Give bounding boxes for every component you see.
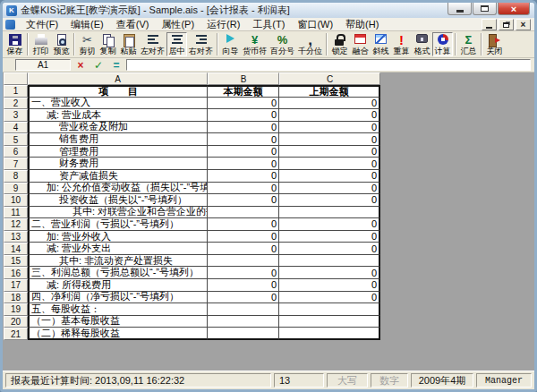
cell-B20[interactable]: [208, 316, 279, 328]
row-header-1[interactable]: 1: [4, 85, 28, 98]
row-header-4[interactable]: 4: [4, 122, 28, 134]
cell-B14[interactable]: 0: [208, 243, 279, 255]
cell-reference-box[interactable]: A1: [15, 59, 71, 71]
formula-equals-button[interactable]: =: [108, 59, 124, 71]
toolbar-button-wizard[interactable]: 向导: [220, 32, 241, 56]
toolbar-button-align-right[interactable]: 右对齐: [187, 32, 215, 56]
row-header-15[interactable]: 15: [4, 255, 28, 268]
cell-C14[interactable]: 0: [279, 243, 380, 255]
cell-B4[interactable]: 0: [208, 122, 279, 134]
row-header-18[interactable]: 18: [4, 292, 28, 304]
cell-B9[interactable]: 0: [208, 183, 279, 195]
row-header-9[interactable]: 9: [4, 183, 28, 195]
toolbar-button-format[interactable]: 格式: [412, 32, 432, 56]
cell-C11[interactable]: [279, 207, 380, 219]
cell-B5[interactable]: 0: [208, 133, 279, 146]
cell-C15[interactable]: [279, 255, 380, 268]
toolbar-button-preview[interactable]: 预览: [51, 32, 72, 56]
cell-A16[interactable]: 三、利润总额（亏损总额以“-”号填列）: [28, 267, 208, 279]
menu-view[interactable]: 查看(V): [110, 18, 156, 31]
cell-A13[interactable]: 加: 营业外收入: [28, 231, 208, 243]
menu-property[interactable]: 属性(P): [155, 18, 200, 31]
toolbar-button-merge[interactable]: 融合: [350, 32, 371, 56]
toolbar-button-paste[interactable]: 粘贴: [118, 32, 139, 56]
cell-B11[interactable]: [208, 207, 279, 219]
toolbar-button-slash[interactable]: 斜线: [371, 32, 391, 56]
cell-B13[interactable]: 0: [208, 231, 279, 243]
cell-B18[interactable]: 0: [208, 292, 279, 304]
cell-A19[interactable]: 五、每股收益：: [28, 303, 208, 316]
cell-B3[interactable]: 0: [208, 109, 279, 122]
cell-C5[interactable]: 0: [279, 133, 380, 146]
row-header-8[interactable]: 8: [4, 170, 28, 183]
menu-help[interactable]: 帮助(H): [339, 18, 385, 31]
cell-B21[interactable]: [208, 328, 279, 340]
row-header-11[interactable]: 11: [4, 207, 28, 219]
row-header-7[interactable]: 7: [4, 158, 28, 170]
cell-C17[interactable]: 0: [279, 279, 380, 292]
title-bar[interactable]: K 金蝶KIS记账王[教学演示版] - Sample.ais - [会计报表 -…: [3, 3, 534, 18]
cell-A12[interactable]: 二、营业利润（亏损以“-”号填列）: [28, 218, 208, 231]
cell-C1[interactable]: 上期金额: [279, 85, 380, 98]
toolbar-button-cut[interactable]: ✂剪切: [77, 32, 98, 56]
cell-C3[interactable]: 0: [279, 109, 380, 122]
row-header-19[interactable]: 19: [4, 303, 28, 316]
cell-C10[interactable]: 0: [279, 194, 380, 207]
menu-tools[interactable]: 工具(T): [246, 18, 291, 31]
cell-C12[interactable]: 0: [279, 218, 380, 231]
cell-A15[interactable]: 其中: 非流动资产处置损失: [28, 255, 208, 268]
cell-B17[interactable]: 0: [208, 279, 279, 292]
cell-B16[interactable]: 0: [208, 267, 279, 279]
menu-run[interactable]: 运行(R): [200, 18, 246, 31]
cell-B12[interactable]: 0: [208, 218, 279, 231]
toolbar-button-copy[interactable]: 复制: [98, 32, 118, 56]
cell-B19[interactable]: [208, 303, 279, 316]
toolbar-button-exit[interactable]: 关闭: [484, 32, 505, 56]
minimize-button[interactable]: [448, 3, 472, 15]
cell-A5[interactable]: 销售费用: [28, 133, 208, 146]
mdi-close-button[interactable]: ×: [516, 19, 531, 30]
cell-B10[interactable]: 0: [208, 194, 279, 207]
cell-A18[interactable]: 四、净利润（净亏损以“-”号填列）: [28, 292, 208, 304]
formula-cancel-button[interactable]: ×: [72, 59, 89, 71]
toolbar-button-save[interactable]: 保存: [4, 32, 25, 56]
toolbar-button-summary[interactable]: Σ汇总: [458, 32, 479, 56]
cell-B15[interactable]: [208, 255, 279, 268]
row-header-13[interactable]: 13: [4, 231, 28, 243]
row-header-5[interactable]: 5: [4, 133, 28, 146]
toolbar-button-calc[interactable]: 计算: [432, 32, 453, 56]
cell-C4[interactable]: 0: [279, 122, 380, 134]
cell-C8[interactable]: 0: [279, 170, 380, 183]
row-header-2[interactable]: 2: [4, 98, 28, 110]
maximize-button[interactable]: [473, 3, 497, 15]
mdi-restore-button[interactable]: [499, 19, 514, 30]
toolbar-button-percent[interactable]: %百分号: [268, 32, 296, 56]
menu-edit[interactable]: 编辑(E): [64, 18, 110, 31]
cell-A7[interactable]: 财务费用: [28, 158, 208, 170]
cell-C16[interactable]: 0: [279, 267, 380, 279]
cell-A17[interactable]: 减: 所得税费用: [28, 279, 208, 292]
row-header-3[interactable]: 3: [4, 109, 28, 122]
cell-B6[interactable]: 0: [208, 146, 279, 158]
cell-B7[interactable]: 0: [208, 158, 279, 170]
toolbar-button-print[interactable]: 打印: [30, 32, 51, 56]
cell-A4[interactable]: 营业税金及附加: [28, 122, 208, 134]
cell-A8[interactable]: 资产减值损失: [28, 170, 208, 183]
cell-A10[interactable]: 投资收益（损失以“-”号填列）: [28, 194, 208, 207]
cell-C20[interactable]: [279, 316, 380, 328]
cell-C2[interactable]: 0: [279, 98, 380, 110]
row-header-12[interactable]: 12: [4, 218, 28, 231]
formula-confirm-button[interactable]: ✓: [90, 59, 107, 71]
menu-file[interactable]: 文件(F): [20, 18, 64, 31]
toolbar-button-align-left[interactable]: 左对齐: [139, 32, 166, 56]
cell-C13[interactable]: 0: [279, 231, 380, 243]
cell-C21[interactable]: [279, 328, 380, 340]
toolbar-button-currency[interactable]: ¥货币符: [241, 32, 268, 56]
menu-window[interactable]: 窗口(W): [291, 18, 339, 31]
sheet-corner[interactable]: [4, 72, 28, 85]
cell-A21[interactable]: （二）稀释每股收益: [28, 328, 208, 340]
cell-C19[interactable]: [279, 303, 380, 316]
row-header-16[interactable]: 16: [4, 267, 28, 279]
toolbar-button-align-center[interactable]: 居中: [166, 32, 187, 56]
cell-A2[interactable]: 一、营业收入: [28, 98, 208, 110]
